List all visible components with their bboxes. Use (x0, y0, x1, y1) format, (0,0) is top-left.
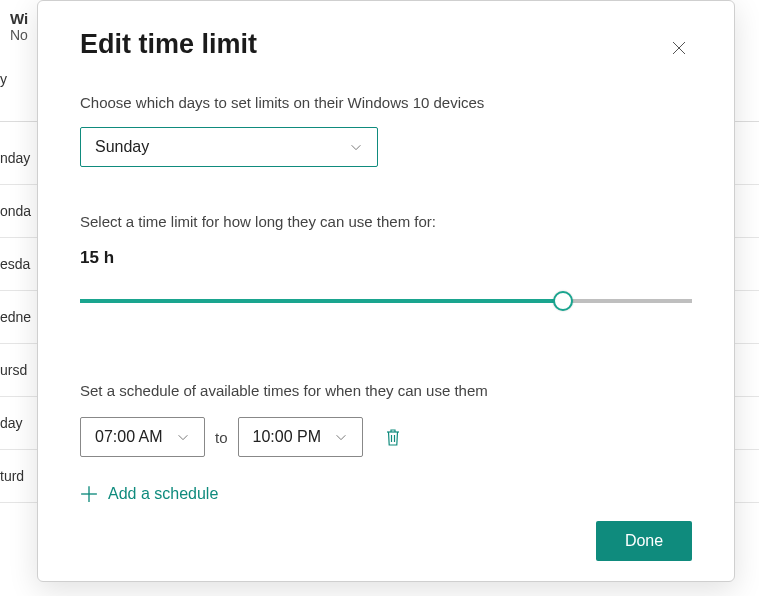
add-schedule-label: Add a schedule (108, 485, 218, 503)
add-schedule-button[interactable]: Add a schedule (80, 485, 692, 503)
schedule-to-value: 10:00 PM (253, 428, 321, 446)
slider-fill (80, 299, 563, 303)
time-limit-label: Select a time limit for how long they ca… (80, 213, 692, 230)
to-label: to (215, 429, 228, 446)
schedule-to-select[interactable]: 10:00 PM (238, 417, 363, 457)
done-button[interactable]: Done (596, 521, 692, 561)
delete-schedule-button[interactable] (383, 426, 403, 448)
day-select-value: Sunday (95, 138, 149, 156)
chevron-down-icon (349, 140, 363, 154)
close-icon (671, 40, 687, 56)
choose-days-label: Choose which days to set limits on their… (80, 94, 692, 111)
plus-icon (80, 485, 98, 503)
modal-title: Edit time limit (80, 29, 257, 60)
schedule-from-select[interactable]: 07:00 AM (80, 417, 205, 457)
chevron-down-icon (176, 430, 190, 444)
trash-icon (385, 427, 401, 447)
slider-value-label: 15 h (80, 248, 692, 268)
edit-time-limit-modal: Edit time limit Choose which days to set… (37, 0, 735, 582)
close-button[interactable] (666, 35, 692, 61)
time-limit-slider[interactable] (80, 290, 692, 312)
schedule-label: Set a schedule of available times for wh… (80, 382, 692, 399)
schedule-from-value: 07:00 AM (95, 428, 163, 446)
day-select[interactable]: Sunday (80, 127, 378, 167)
chevron-down-icon (334, 430, 348, 444)
slider-thumb[interactable] (553, 291, 573, 311)
